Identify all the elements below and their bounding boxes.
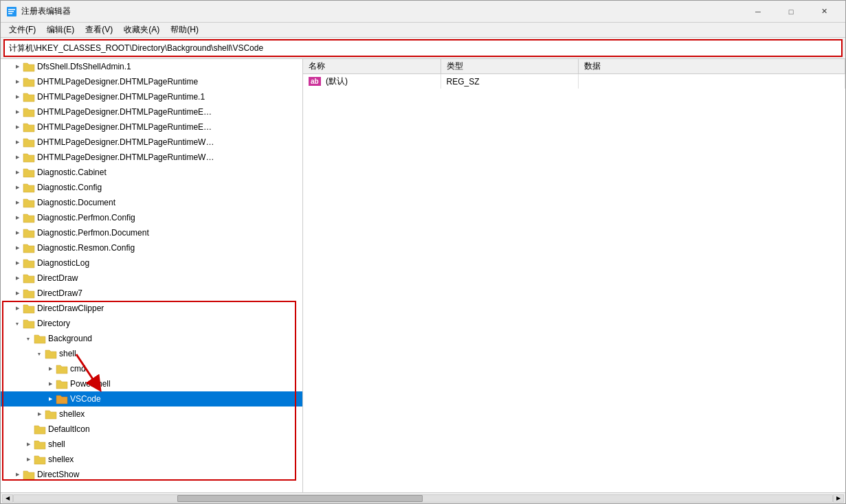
registry-table: 名称 类型 数据 ab (默认) REG_SZ <box>303 59 845 89</box>
tree-item-directdrawclipper[interactable]: DirectDrawClipper <box>1 301 302 316</box>
tree-item-directory[interactable]: Directory <box>1 316 302 331</box>
folder-icon-directshow <box>23 469 35 480</box>
toggle-diagcfg[interactable] <box>12 182 23 193</box>
reg-name-cell: ab (默认) <box>303 74 441 89</box>
tree-item-dhtml6[interactable]: DHTMLPageDesigner.DHTMLPageRuntimeW… <box>1 150 302 165</box>
toggle-dfsshell[interactable] <box>12 61 23 72</box>
folder-icon-vscode <box>56 393 68 404</box>
maximize-button[interactable]: □ <box>775 1 807 23</box>
tree-item-dhtml1[interactable]: DHTMLPageDesigner.DHTMLPageRuntime <box>1 74 302 89</box>
label-dhtml5: DHTMLPageDesigner.DHTMLPageRuntimeW… <box>37 137 214 147</box>
scrollbar-track[interactable] <box>13 494 833 503</box>
toggle-diagrescfg[interactable] <box>12 242 23 253</box>
tree-item-dfsshell[interactable]: DfsShell.DfsShellAdmin.1 <box>1 59 302 74</box>
tree-item-directdraw7[interactable]: DirectDraw7 <box>1 286 302 301</box>
toggle-diagcab[interactable] <box>12 167 23 178</box>
toggle-dhtml6[interactable] <box>12 152 23 163</box>
menu-file[interactable]: 文件(F) <box>3 23 41 37</box>
toggle-cmd[interactable] <box>45 363 56 374</box>
minimize-button[interactable]: ─ <box>742 1 774 23</box>
label-diagrescfg: Diagnostic.Resmon.Config <box>37 243 135 253</box>
tree-item-directdraw[interactable]: DirectDraw <box>1 271 302 286</box>
bottom-scrollbar: ◀ ▶ <box>1 492 845 503</box>
tree-item-diagcfg[interactable]: Diagnostic.Config <box>1 180 302 195</box>
tree-item-dhtml4[interactable]: DHTMLPageDesigner.DHTMLPageRuntimeE… <box>1 119 302 135</box>
label-vscode: VSCode <box>70 394 101 404</box>
tree-item-vscode[interactable]: VSCode <box>1 391 302 406</box>
toggle-shellex[interactable] <box>34 409 45 420</box>
toggle-dhtml1[interactable] <box>12 76 23 87</box>
tree-item-shell[interactable]: shell <box>1 346 302 361</box>
label-diagperfdoc: Diagnostic.Perfmon.Document <box>37 228 149 238</box>
toggle-powershell[interactable] <box>45 378 56 389</box>
window-title: 注册表编辑器 <box>21 5 742 17</box>
tree-item-shell2[interactable]: shell <box>1 437 302 452</box>
toggle-directdraw[interactable] <box>12 273 23 284</box>
menu-favorites[interactable]: 收藏夹(A) <box>118 23 165 37</box>
scroll-right-button[interactable]: ▶ <box>833 494 844 503</box>
tree-item-cmd[interactable]: cmd <box>1 361 302 376</box>
label-dfsshell: DfsShell.DfsShellAdmin.1 <box>37 62 131 71</box>
toggle-shell2[interactable] <box>23 439 34 450</box>
tree-item-dhtml2[interactable]: DHTMLPageDesigner.DHTMLPageRuntime.1 <box>1 89 302 104</box>
tree-item-powershell[interactable]: Powershell <box>1 376 302 391</box>
app-icon <box>6 6 17 17</box>
toggle-shell[interactable] <box>34 348 45 359</box>
tree-item-defaulticon[interactable]: DefaultIcon <box>1 422 302 437</box>
label-dhtml2: DHTMLPageDesigner.DHTMLPageRuntime.1 <box>37 92 205 102</box>
scrollbar-thumb[interactable] <box>177 495 423 502</box>
menu-help[interactable]: 帮助(H) <box>165 23 204 37</box>
tree-item-diagdoc[interactable]: Diagnostic.Document <box>1 195 302 210</box>
tree-item-directshow[interactable]: DirectShow <box>1 467 302 482</box>
toggle-directory[interactable] <box>12 318 23 329</box>
folder-icon-dhtml6 <box>23 152 35 163</box>
label-directdraw7: DirectDraw7 <box>37 288 82 298</box>
folder-icon-shell2 <box>34 439 46 450</box>
tree-item-diagcab[interactable]: Diagnostic.Cabinet <box>1 165 302 180</box>
toggle-background[interactable] <box>23 333 34 344</box>
scroll-left-button[interactable]: ◀ <box>2 494 13 503</box>
folder-icon-background <box>34 333 46 344</box>
toggle-directdrawclipper[interactable] <box>12 303 23 314</box>
reg-type-badge: ab <box>309 77 321 86</box>
toggle-dhtml3[interactable] <box>12 106 23 117</box>
toggle-dhtml4[interactable] <box>12 122 23 133</box>
label-directdrawclipper: DirectDrawClipper <box>37 303 104 313</box>
toggle-diagperfdoc[interactable] <box>12 227 23 238</box>
folder-icon-diaglog <box>23 257 35 268</box>
folder-icon-shellex2 <box>34 454 46 465</box>
toggle-directshow[interactable] <box>12 469 23 480</box>
tree-item-diagperfdoc[interactable]: Diagnostic.Perfmon.Document <box>1 225 302 240</box>
tree-item-diagrescfg[interactable]: Diagnostic.Resmon.Config <box>1 240 302 255</box>
svg-rect-3 <box>8 13 12 14</box>
tree-item-dhtml3[interactable]: DHTMLPageDesigner.DHTMLPageRuntimeE… <box>1 104 302 119</box>
close-button[interactable]: ✕ <box>808 1 840 23</box>
label-defaulticon: DefaultIcon <box>48 424 90 434</box>
toggle-shellex2[interactable] <box>23 454 34 465</box>
svg-rect-2 <box>8 11 14 12</box>
tree-item-shellex[interactable]: shellex <box>1 406 302 422</box>
toggle-dhtml2[interactable] <box>12 91 23 102</box>
folder-icon-dfsshell <box>23 61 35 72</box>
toggle-vscode[interactable] <box>45 393 56 404</box>
label-diagcfg: Diagnostic.Config <box>37 183 102 192</box>
toggle-directdraw7[interactable] <box>12 288 23 299</box>
label-directory: Directory <box>37 319 70 328</box>
folder-icon-dhtml4 <box>23 122 35 133</box>
tree-item-background[interactable]: Background <box>1 331 302 346</box>
address-bar[interactable]: 计算机\HKEY_CLASSES_ROOT\Directory\Backgrou… <box>3 39 843 57</box>
tree-item-dhtml5[interactable]: DHTMLPageDesigner.DHTMLPageRuntimeW… <box>1 135 302 150</box>
tree-item-shellex2[interactable]: shellex <box>1 452 302 467</box>
menu-edit[interactable]: 编辑(E) <box>41 23 80 37</box>
menu-view[interactable]: 查看(V) <box>80 23 118 37</box>
toggle-diaglog[interactable] <box>12 257 23 268</box>
toggle-diagdoc[interactable] <box>12 197 23 208</box>
folder-icon-diagcab <box>23 167 35 178</box>
tree-item-diaglog[interactable]: DiagnosticLog <box>1 255 302 271</box>
folder-icon-defaulticon <box>34 424 46 435</box>
toggle-dhtml5[interactable] <box>12 137 23 148</box>
toggle-diagperfcfg[interactable] <box>12 212 23 223</box>
tree-item-diagperfcfg[interactable]: Diagnostic.Perfmon.Config <box>1 210 302 225</box>
folder-icon-diagperfdoc <box>23 227 35 238</box>
table-row[interactable]: ab (默认) REG_SZ <box>303 74 845 89</box>
